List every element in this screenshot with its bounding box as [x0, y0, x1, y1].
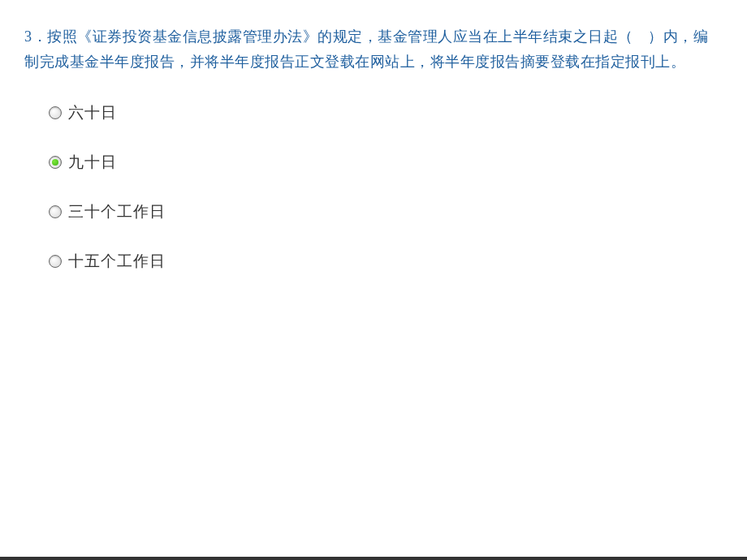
radio-icon[interactable]	[49, 156, 62, 169]
option-item-1[interactable]: 九十日	[49, 152, 723, 173]
radio-icon[interactable]	[49, 255, 62, 268]
question-text: 3．按照《证券投资基金信息披露管理办法》的规定，基金管理人应当在上半年结束之日起…	[24, 24, 723, 74]
option-label: 六十日	[68, 102, 117, 123]
divider	[0, 557, 747, 560]
option-label: 三十个工作日	[68, 201, 166, 222]
option-item-3[interactable]: 十五个工作日	[49, 251, 723, 272]
radio-icon[interactable]	[49, 205, 62, 218]
option-item-2[interactable]: 三十个工作日	[49, 201, 723, 222]
question-body: 按照《证券投资基金信息披露管理办法》的规定，基金管理人应当在上半年结束之日起（ …	[24, 28, 708, 70]
option-label: 九十日	[68, 152, 117, 173]
option-item-0[interactable]: 六十日	[49, 102, 723, 123]
question-number: 3．	[24, 28, 47, 45]
option-label: 十五个工作日	[68, 251, 166, 272]
radio-icon[interactable]	[49, 106, 62, 119]
options-container: 六十日 九十日 三十个工作日 十五个工作日	[24, 102, 723, 272]
